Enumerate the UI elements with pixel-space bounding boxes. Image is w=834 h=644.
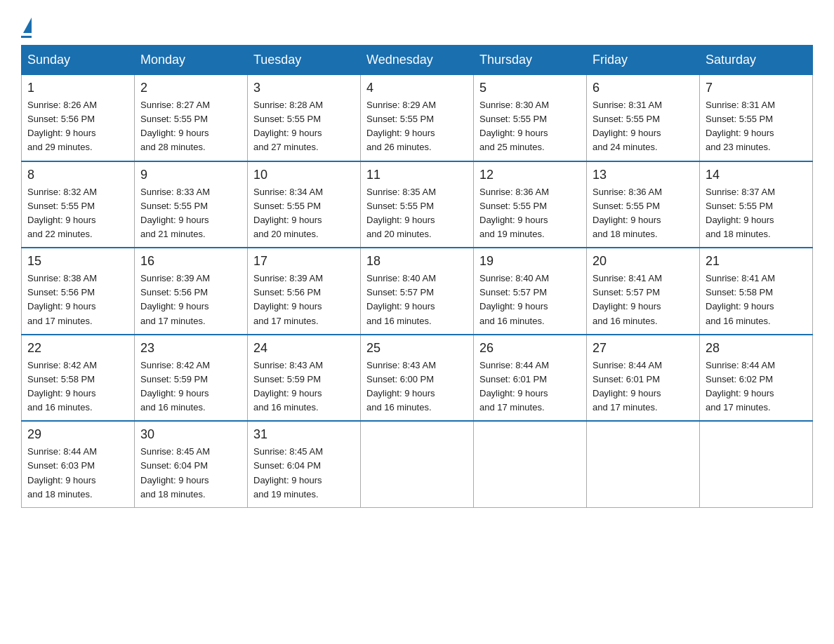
day-number: 2 — [140, 81, 241, 95]
day-info: Sunrise: 8:34 AMSunset: 5:55 PMDaylight:… — [253, 185, 355, 242]
day-number: 16 — [140, 254, 241, 269]
day-number: 18 — [366, 254, 468, 269]
calendar-cell — [587, 421, 700, 507]
calendar-cell: 2Sunrise: 8:27 AMSunset: 5:55 PMDaylight… — [135, 75, 248, 161]
logo-triangle-icon — [23, 18, 32, 33]
calendar-cell: 18Sunrise: 8:40 AMSunset: 5:57 PMDayligh… — [361, 248, 474, 335]
day-number: 26 — [479, 341, 581, 356]
day-info: Sunrise: 8:41 AMSunset: 5:57 PMDaylight:… — [593, 271, 694, 328]
day-number: 4 — [366, 81, 468, 95]
day-info: Sunrise: 8:31 AMSunset: 5:55 PMDaylight:… — [706, 98, 807, 155]
day-number: 23 — [140, 341, 241, 356]
day-number: 10 — [253, 168, 355, 182]
calendar-cell: 4Sunrise: 8:29 AMSunset: 5:55 PMDaylight… — [361, 75, 474, 161]
day-info: Sunrise: 8:45 AMSunset: 6:04 PMDaylight:… — [253, 445, 355, 502]
day-info: Sunrise: 8:26 AMSunset: 5:56 PMDaylight:… — [27, 98, 128, 155]
calendar-cell: 21Sunrise: 8:41 AMSunset: 5:58 PMDayligh… — [700, 248, 813, 335]
day-info: Sunrise: 8:32 AMSunset: 5:55 PMDaylight:… — [27, 185, 128, 242]
calendar-cell: 1Sunrise: 8:26 AMSunset: 5:56 PMDaylight… — [22, 75, 135, 161]
day-number: 31 — [253, 427, 355, 442]
weekday-header-friday: Friday — [587, 46, 700, 75]
day-number: 30 — [140, 427, 241, 442]
day-number: 20 — [593, 254, 694, 269]
day-info: Sunrise: 8:39 AMSunset: 5:56 PMDaylight:… — [140, 271, 241, 328]
day-number: 17 — [253, 254, 355, 269]
day-info: Sunrise: 8:33 AMSunset: 5:55 PMDaylight:… — [140, 185, 241, 242]
day-info: Sunrise: 8:44 AMSunset: 6:01 PMDaylight:… — [593, 358, 694, 415]
calendar-week-4: 22Sunrise: 8:42 AMSunset: 5:58 PMDayligh… — [22, 335, 813, 422]
day-info: Sunrise: 8:40 AMSunset: 5:57 PMDaylight:… — [366, 271, 468, 328]
day-number: 6 — [593, 81, 694, 95]
day-info: Sunrise: 8:43 AMSunset: 6:00 PMDaylight:… — [366, 358, 468, 415]
day-info: Sunrise: 8:41 AMSunset: 5:58 PMDaylight:… — [706, 271, 807, 328]
calendar-cell: 8Sunrise: 8:32 AMSunset: 5:55 PMDaylight… — [22, 161, 135, 248]
calendar-cell: 23Sunrise: 8:42 AMSunset: 5:59 PMDayligh… — [135, 335, 248, 422]
day-info: Sunrise: 8:44 AMSunset: 6:03 PMDaylight:… — [27, 445, 128, 502]
day-number: 14 — [706, 168, 807, 182]
weekday-header-thursday: Thursday — [474, 46, 587, 75]
day-number: 19 — [479, 254, 581, 269]
calendar-cell: 28Sunrise: 8:44 AMSunset: 6:02 PMDayligh… — [700, 335, 813, 422]
day-number: 5 — [479, 81, 581, 95]
day-info: Sunrise: 8:42 AMSunset: 5:58 PMDaylight:… — [27, 358, 128, 415]
page-header — [21, 14, 813, 38]
calendar-cell: 16Sunrise: 8:39 AMSunset: 5:56 PMDayligh… — [135, 248, 248, 335]
calendar-cell: 29Sunrise: 8:44 AMSunset: 6:03 PMDayligh… — [22, 421, 135, 507]
calendar-week-1: 1Sunrise: 8:26 AMSunset: 5:56 PMDaylight… — [22, 75, 813, 161]
day-info: Sunrise: 8:38 AMSunset: 5:56 PMDaylight:… — [27, 271, 128, 328]
calendar-cell: 10Sunrise: 8:34 AMSunset: 5:55 PMDayligh… — [248, 161, 361, 248]
calendar-cell: 31Sunrise: 8:45 AMSunset: 6:04 PMDayligh… — [248, 421, 361, 507]
calendar-cell: 6Sunrise: 8:31 AMSunset: 5:55 PMDaylight… — [587, 75, 700, 161]
calendar-cell: 25Sunrise: 8:43 AMSunset: 6:00 PMDayligh… — [361, 335, 474, 422]
day-number: 13 — [593, 168, 694, 182]
day-info: Sunrise: 8:35 AMSunset: 5:55 PMDaylight:… — [366, 185, 468, 242]
day-info: Sunrise: 8:40 AMSunset: 5:57 PMDaylight:… — [479, 271, 581, 328]
day-number: 1 — [27, 81, 128, 95]
weekday-header-saturday: Saturday — [700, 46, 813, 75]
calendar-cell: 12Sunrise: 8:36 AMSunset: 5:55 PMDayligh… — [474, 161, 587, 248]
calendar-cell: 3Sunrise: 8:28 AMSunset: 5:55 PMDaylight… — [248, 75, 361, 161]
day-info: Sunrise: 8:29 AMSunset: 5:55 PMDaylight:… — [366, 98, 468, 155]
calendar-cell: 9Sunrise: 8:33 AMSunset: 5:55 PMDaylight… — [135, 161, 248, 248]
day-info: Sunrise: 8:39 AMSunset: 5:56 PMDaylight:… — [253, 271, 355, 328]
calendar-cell: 19Sunrise: 8:40 AMSunset: 5:57 PMDayligh… — [474, 248, 587, 335]
calendar-cell: 20Sunrise: 8:41 AMSunset: 5:57 PMDayligh… — [587, 248, 700, 335]
calendar-cell: 17Sunrise: 8:39 AMSunset: 5:56 PMDayligh… — [248, 248, 361, 335]
calendar-cell: 13Sunrise: 8:36 AMSunset: 5:55 PMDayligh… — [587, 161, 700, 248]
calendar-cell — [361, 421, 474, 507]
calendar-week-5: 29Sunrise: 8:44 AMSunset: 6:03 PMDayligh… — [22, 421, 813, 507]
day-number: 25 — [366, 341, 468, 356]
day-number: 7 — [706, 81, 807, 95]
day-info: Sunrise: 8:36 AMSunset: 5:55 PMDaylight:… — [479, 185, 581, 242]
day-info: Sunrise: 8:36 AMSunset: 5:55 PMDaylight:… — [593, 185, 694, 242]
calendar-cell — [474, 421, 587, 507]
calendar-cell — [700, 421, 813, 507]
day-number: 3 — [253, 81, 355, 95]
logo-underline — [21, 36, 32, 38]
day-number: 28 — [706, 341, 807, 356]
calendar-cell: 7Sunrise: 8:31 AMSunset: 5:55 PMDaylight… — [700, 75, 813, 161]
calendar-cell: 5Sunrise: 8:30 AMSunset: 5:55 PMDaylight… — [474, 75, 587, 161]
weekday-header-wednesday: Wednesday — [361, 46, 474, 75]
day-number: 9 — [140, 168, 241, 182]
day-info: Sunrise: 8:42 AMSunset: 5:59 PMDaylight:… — [140, 358, 241, 415]
calendar-cell: 15Sunrise: 8:38 AMSunset: 5:56 PMDayligh… — [22, 248, 135, 335]
day-number: 21 — [706, 254, 807, 269]
calendar-header-row: SundayMondayTuesdayWednesdayThursdayFrid… — [22, 46, 813, 75]
day-info: Sunrise: 8:44 AMSunset: 6:02 PMDaylight:… — [706, 358, 807, 415]
calendar-table: SundayMondayTuesdayWednesdayThursdayFrid… — [21, 45, 813, 508]
calendar-week-2: 8Sunrise: 8:32 AMSunset: 5:55 PMDaylight… — [22, 161, 813, 248]
day-number: 24 — [253, 341, 355, 356]
day-info: Sunrise: 8:31 AMSunset: 5:55 PMDaylight:… — [593, 98, 694, 155]
day-info: Sunrise: 8:37 AMSunset: 5:55 PMDaylight:… — [706, 185, 807, 242]
day-number: 22 — [27, 341, 128, 356]
calendar-cell: 27Sunrise: 8:44 AMSunset: 6:01 PMDayligh… — [587, 335, 700, 422]
calendar-cell: 30Sunrise: 8:45 AMSunset: 6:04 PMDayligh… — [135, 421, 248, 507]
day-number: 15 — [27, 254, 128, 269]
day-info: Sunrise: 8:30 AMSunset: 5:55 PMDaylight:… — [479, 98, 581, 155]
calendar-cell: 14Sunrise: 8:37 AMSunset: 5:55 PMDayligh… — [700, 161, 813, 248]
weekday-header-tuesday: Tuesday — [248, 46, 361, 75]
day-info: Sunrise: 8:27 AMSunset: 5:55 PMDaylight:… — [140, 98, 241, 155]
day-info: Sunrise: 8:45 AMSunset: 6:04 PMDaylight:… — [140, 445, 241, 502]
calendar-cell: 26Sunrise: 8:44 AMSunset: 6:01 PMDayligh… — [474, 335, 587, 422]
